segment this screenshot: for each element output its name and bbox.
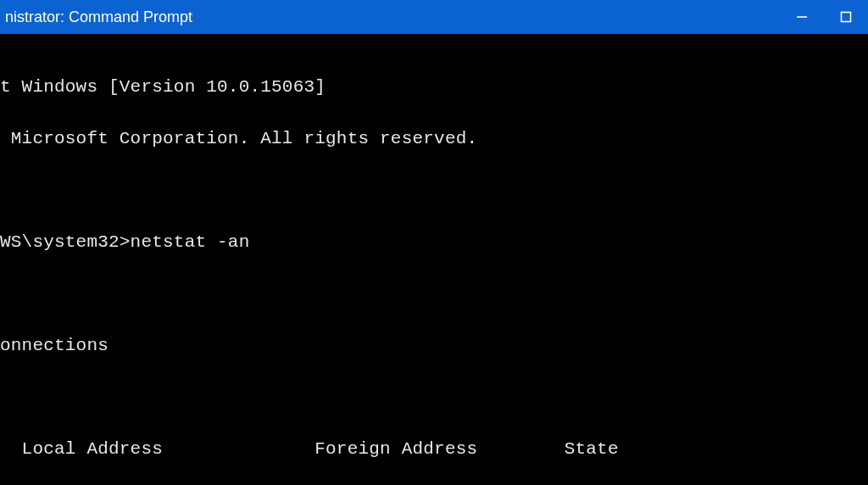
titlebar: nistrator: Command Prompt [0, 0, 868, 34]
blank-line [0, 178, 868, 203]
section-header: onnections [0, 333, 868, 359]
maximize-button[interactable] [824, 0, 868, 34]
table-header: Local Address Foreign Address State [0, 437, 868, 462]
blank-line [0, 385, 868, 410]
minimize-button[interactable] [780, 0, 824, 34]
version-line: t Windows [Version 10.0.15063] [0, 75, 868, 100]
terminal-output[interactable]: t Windows [Version 10.0.15063] Microsoft… [0, 34, 868, 485]
copyright-line: Microsoft Corporation. All rights reserv… [0, 126, 868, 152]
svg-rect-1 [842, 13, 851, 22]
prompt-line: WS\system32>netstat -an [0, 230, 868, 255]
blank-line [0, 282, 868, 307]
window-title: nistrator: Command Prompt [0, 8, 192, 26]
window-controls [780, 0, 868, 34]
